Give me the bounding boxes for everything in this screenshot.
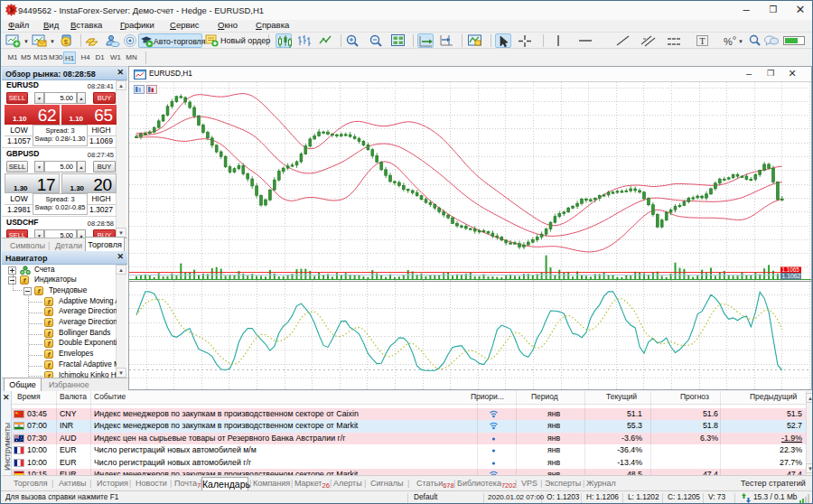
- svg-text:T: T: [700, 36, 706, 46]
- svg-text:$: $: [64, 38, 69, 46]
- svg-text:1.1065: 1.1065: [782, 266, 800, 273]
- svg-text:%: %: [724, 36, 733, 47]
- svg-text:1.1062: 1.1062: [782, 273, 801, 279]
